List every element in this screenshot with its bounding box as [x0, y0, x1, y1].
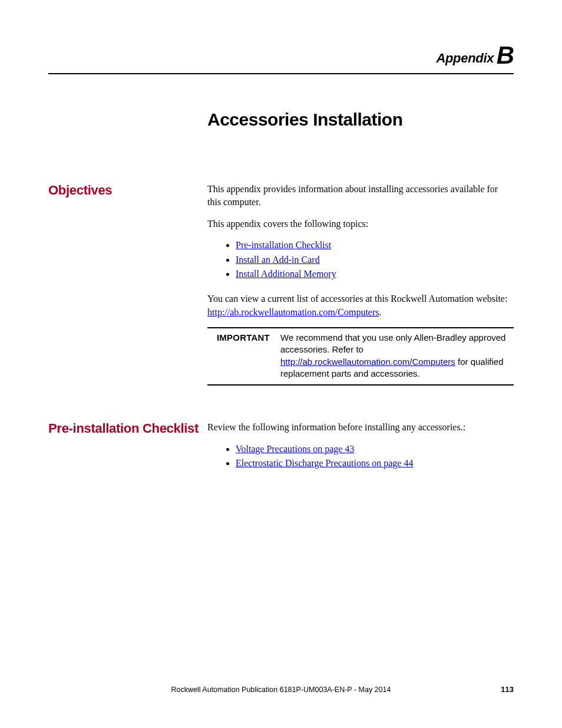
preinstall-list: Voltage Precautions on page 43 Electrost…	[207, 443, 514, 470]
accessories-site-tail: .	[379, 307, 382, 317]
objectives-intro: This appendix provides information about…	[207, 183, 514, 209]
footer-text: Rockwell Automation Publication 6181P-UM…	[0, 686, 562, 694]
header-divider	[48, 73, 514, 74]
callout-text-a: We recommend that you use only Allen-Bra…	[280, 332, 505, 354]
important-callout: IMPORTANT We recommend that you use only…	[207, 327, 514, 386]
body-preinstall: Review the following information before …	[207, 421, 514, 482]
link-esd-precautions[interactable]: Electrostatic Discharge Precautions on p…	[236, 458, 413, 468]
appendix-letter: B	[497, 41, 514, 69]
accessories-site-text: You can view a current list of accessori…	[207, 294, 507, 304]
accessories-site-note: You can view a current list of accessori…	[207, 292, 514, 319]
callout-body: We recommend that you use only Allen-Bra…	[280, 332, 511, 380]
callout-label: IMPORTANT	[210, 332, 280, 380]
heading-objectives: Objectives	[48, 183, 207, 386]
appendix-label: Appendix	[436, 51, 494, 65]
topics-list: Pre-installation Checklist Install an Ad…	[207, 239, 514, 281]
objectives-topics-intro: This appendix covers the following topic…	[207, 218, 514, 230]
list-item: Install Additional Memory	[236, 268, 514, 281]
link-rockwell-computers[interactable]: http://ab.rockwellautomation.com/Compute…	[207, 307, 379, 317]
link-install-additional-memory[interactable]: Install Additional Memory	[236, 269, 336, 279]
link-voltage-precautions[interactable]: Voltage Precautions on page 43	[236, 444, 354, 454]
list-item: Pre-installation Checklist	[236, 239, 514, 252]
appendix-header: Appendix B	[48, 41, 514, 70]
list-item: Voltage Precautions on page 43	[236, 443, 514, 456]
heading-preinstall: Pre-installation Checklist	[48, 421, 207, 482]
page-number: 113	[501, 685, 514, 694]
body-objectives: This appendix provides information about…	[207, 183, 514, 386]
section-objectives: Objectives This appendix provides inform…	[48, 183, 514, 386]
section-preinstall: Pre-installation Checklist Review the fo…	[48, 421, 514, 482]
link-rockwell-computers-callout[interactable]: http://ab.rockwellautomation.com/Compute…	[280, 357, 455, 367]
list-item: Install an Add-in Card	[236, 253, 514, 266]
list-item: Electrostatic Discharge Precautions on p…	[236, 457, 514, 470]
page-title: Accessories Installation	[207, 110, 514, 130]
link-install-addin-card[interactable]: Install an Add-in Card	[236, 255, 320, 265]
link-preinstall-checklist[interactable]: Pre-installation Checklist	[236, 240, 331, 250]
preinstall-intro: Review the following information before …	[207, 421, 514, 434]
